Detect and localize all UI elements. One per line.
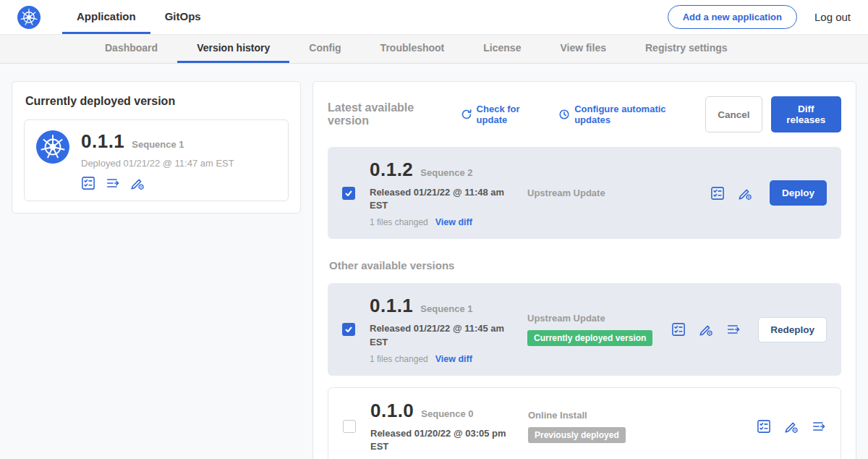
tab-application[interactable]: Application xyxy=(62,0,150,34)
deploy-button[interactable]: Deploy xyxy=(770,180,827,206)
clock-icon xyxy=(558,109,570,120)
deploy-logs-icon[interactable] xyxy=(726,322,741,337)
version-actions: Deploy xyxy=(710,180,827,206)
version-number: 0.1.0 xyxy=(370,400,414,422)
files-changed-label: 1 files changed xyxy=(370,354,428,364)
version-sequence: Sequence 0 xyxy=(421,408,473,419)
version-actions: Redeploy xyxy=(671,317,827,342)
add-application-button[interactable]: Add a new application xyxy=(668,5,797,29)
version-row-0-1-0: 0.1.0 Sequence 0 Released 01/20/22 @ 03:… xyxy=(328,387,841,459)
check-for-update-link[interactable]: Check for update xyxy=(461,104,546,125)
version-checkbox[interactable] xyxy=(343,420,356,433)
version-sequence: Sequence 2 xyxy=(420,167,472,178)
app-subnav: Dashboard Version history Config Trouble… xyxy=(0,35,868,64)
view-diff-link[interactable]: View diff xyxy=(435,354,472,364)
cancel-button[interactable]: Cancel xyxy=(705,96,762,132)
currently-deployed-badge: Currently deployed version xyxy=(527,330,652,346)
tab-gitops-label: GitOps xyxy=(165,10,201,22)
subnav-tab-view-files[interactable]: View files xyxy=(540,35,626,63)
subnav-tab-license[interactable]: License xyxy=(464,35,540,63)
version-row-0-1-2: 0.1.2 Sequence 2 Released 01/21/22 @ 11:… xyxy=(328,147,841,239)
version-checkbox[interactable] xyxy=(342,323,355,336)
files-changed-label: 1 files changed xyxy=(370,217,428,227)
kubernetes-app-icon xyxy=(36,130,69,166)
version-sequence: Sequence 1 xyxy=(420,303,472,314)
logout-link[interactable]: Log out xyxy=(814,11,851,23)
subnav-tab-config[interactable]: Config xyxy=(289,35,360,63)
main-content: Currently deployed version xyxy=(0,64,868,459)
edit-config-icon[interactable] xyxy=(784,419,799,434)
latest-version-title: Latest available version xyxy=(328,101,448,127)
released-timestamp: Released 01/21/22 @ 11:45 am EST xyxy=(370,322,511,348)
source-label: Upstream Update xyxy=(527,313,671,324)
edit-config-icon[interactable] xyxy=(699,322,713,337)
version-source: Online Install Previously deployed xyxy=(528,410,757,443)
release-notes-icon[interactable] xyxy=(710,186,725,201)
version-info: 0.1.0 Sequence 0 Released 01/20/22 @ 03:… xyxy=(370,400,528,453)
version-source: Upstream Update Currently deployed versi… xyxy=(527,313,671,346)
source-label: Online Install xyxy=(528,410,757,421)
version-history-card: Latest available version Check for updat… xyxy=(312,81,856,459)
refresh-icon xyxy=(461,109,472,120)
release-notes-icon[interactable] xyxy=(757,419,771,434)
subnav-tab-registry-settings[interactable]: Registry settings xyxy=(626,35,747,63)
subnav-tab-dashboard[interactable]: Dashboard xyxy=(85,35,177,63)
configure-automatic-updates-link[interactable]: Configure automatic updates xyxy=(558,104,692,125)
deployed-timestamp: Deployed 01/21/22 @ 11:47 am EST xyxy=(81,158,234,169)
source-label: Upstream Update xyxy=(527,188,710,198)
previously-deployed-badge: Previously deployed xyxy=(528,427,626,443)
edit-config-icon[interactable] xyxy=(130,176,145,190)
version-info: 0.1.2 Sequence 2 Released 01/21/22 @ 11:… xyxy=(370,159,527,227)
tab-application-label: Application xyxy=(77,10,136,22)
kubernetes-logo-icon xyxy=(17,6,41,29)
version-row-0-1-1: 0.1.1 Sequence 1 Released 01/21/22 @ 11:… xyxy=(328,283,841,375)
version-checkbox[interactable] xyxy=(342,187,355,200)
version-number: 0.1.1 xyxy=(370,295,413,317)
released-timestamp: Released 01/20/22 @ 03:05 pm EST xyxy=(370,427,512,453)
deployed-version-box: 0.1.1 Sequence 1 Deployed 01/21/22 @ 11:… xyxy=(24,119,289,201)
top-navbar: Application GitOps Add a new application… xyxy=(0,0,868,35)
version-info: 0.1.1 Sequence 1 Released 01/21/22 @ 11:… xyxy=(370,295,527,363)
edit-config-icon[interactable] xyxy=(738,186,752,201)
version-source: Upstream Update xyxy=(527,188,710,198)
deploy-logs-icon[interactable] xyxy=(106,176,120,190)
tab-gitops[interactable]: GitOps xyxy=(150,0,216,34)
version-number: 0.1.2 xyxy=(370,159,413,181)
version-actions xyxy=(757,419,826,434)
deployed-card-title: Currently deployed version xyxy=(25,95,287,108)
released-timestamp: Released 01/21/22 @ 11:48 am EST xyxy=(370,186,511,212)
release-notes-icon[interactable] xyxy=(671,322,686,337)
redeploy-button[interactable]: Redeploy xyxy=(758,317,827,342)
diff-releases-button[interactable]: Diff releases xyxy=(771,96,841,132)
deployed-sequence: Sequence 1 xyxy=(132,139,184,150)
latest-version-header: Latest available version Check for updat… xyxy=(328,96,841,132)
release-notes-icon[interactable] xyxy=(81,176,95,190)
subnav-tab-version-history[interactable]: Version history xyxy=(177,35,289,63)
subnav-tab-troubleshoot[interactable]: Troubleshoot xyxy=(361,35,464,63)
other-versions-label: Other available versions xyxy=(329,259,840,271)
currently-deployed-card: Currently deployed version xyxy=(12,81,301,214)
deploy-logs-icon[interactable] xyxy=(812,419,826,434)
deployed-version-number: 0.1.1 xyxy=(81,130,124,153)
view-diff-link[interactable]: View diff xyxy=(435,217,472,227)
